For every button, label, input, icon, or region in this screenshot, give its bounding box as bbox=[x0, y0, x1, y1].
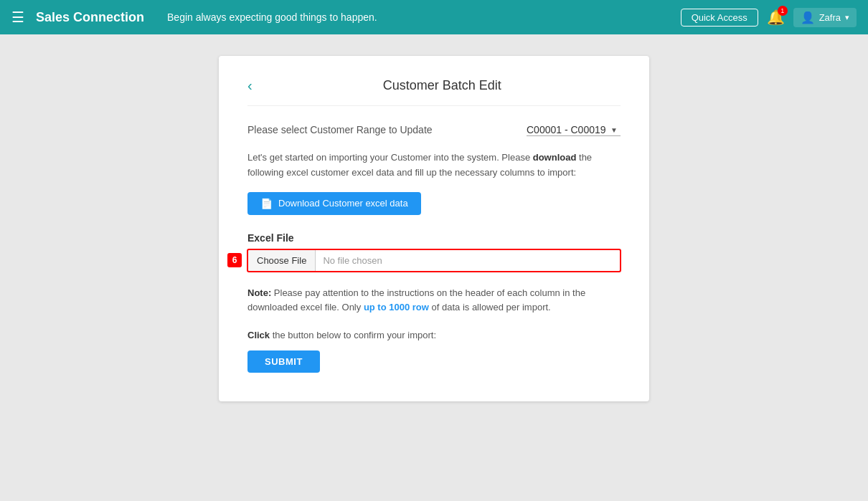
note-prefix: Note: bbox=[247, 287, 271, 298]
description-part1: Let's get started on importing your Cust… bbox=[247, 152, 533, 163]
header-right: Quick Access 🔔 1 👤 Zafra ▾ bbox=[681, 8, 857, 27]
excel-file-label: Excel File bbox=[247, 232, 621, 244]
card-header: ‹ Customer Batch Edit bbox=[247, 77, 621, 106]
file-input-wrapper: 6 Choose File No file chosen bbox=[247, 249, 621, 272]
quick-access-button[interactable]: Quick Access bbox=[681, 9, 758, 27]
download-button-label: Download Customer excel data bbox=[278, 198, 408, 209]
main-content: ‹ Customer Batch Edit Please select Cust… bbox=[0, 34, 868, 501]
user-menu[interactable]: 👤 Zafra ▾ bbox=[793, 8, 857, 27]
click-text: the button below to confirm your import: bbox=[270, 330, 436, 340]
click-instruction: Click the button below to confirm your i… bbox=[247, 330, 621, 340]
batch-edit-card: ‹ Customer Batch Edit Please select Cust… bbox=[219, 56, 649, 401]
app-header: ☰ Sales Connection Begin always expectin… bbox=[0, 0, 868, 34]
customer-range-select[interactable]: C00001 - C00019 bbox=[527, 124, 621, 136]
file-input-area: Choose File No file chosen bbox=[247, 249, 621, 272]
click-bold: Click bbox=[247, 330, 270, 340]
card-title: Customer Batch Edit bbox=[264, 78, 621, 93]
submit-button[interactable]: SUBMIT bbox=[247, 350, 320, 373]
customer-range-label: Please select Customer Range to Update bbox=[247, 124, 527, 135]
customer-range-row: Please select Customer Range to Update C… bbox=[247, 123, 621, 136]
file-chosen-text: No file chosen bbox=[316, 255, 382, 266]
back-arrow-button[interactable]: ‹ bbox=[247, 77, 253, 94]
description-text: Let's get started on importing your Cust… bbox=[247, 151, 621, 181]
chevron-down-icon: ▾ bbox=[845, 13, 849, 22]
user-avatar-icon: 👤 bbox=[801, 11, 815, 24]
header-tagline: Begin always expecting good things to ha… bbox=[167, 11, 681, 23]
notification-badge: 1 bbox=[778, 6, 788, 16]
download-excel-button[interactable]: 📄 Download Customer excel data bbox=[247, 192, 421, 215]
note-suffix: of data is allowed per import. bbox=[429, 302, 551, 312]
file-icon: 📄 bbox=[260, 198, 273, 209]
note-bold: up to 1000 row bbox=[364, 302, 429, 312]
app-title: Sales Connection bbox=[36, 10, 144, 25]
user-name: Zafra bbox=[819, 12, 841, 23]
notification-icon[interactable]: 🔔 1 bbox=[767, 9, 785, 26]
description-bold: download bbox=[533, 152, 577, 163]
customer-range-select-wrapper[interactable]: C00001 - C00019 bbox=[527, 123, 621, 136]
menu-icon[interactable]: ☰ bbox=[11, 9, 24, 26]
step-badge: 6 bbox=[227, 253, 242, 267]
note-text: Note: Please pay attention to the instru… bbox=[247, 286, 621, 316]
choose-file-button[interactable]: Choose File bbox=[248, 250, 316, 271]
